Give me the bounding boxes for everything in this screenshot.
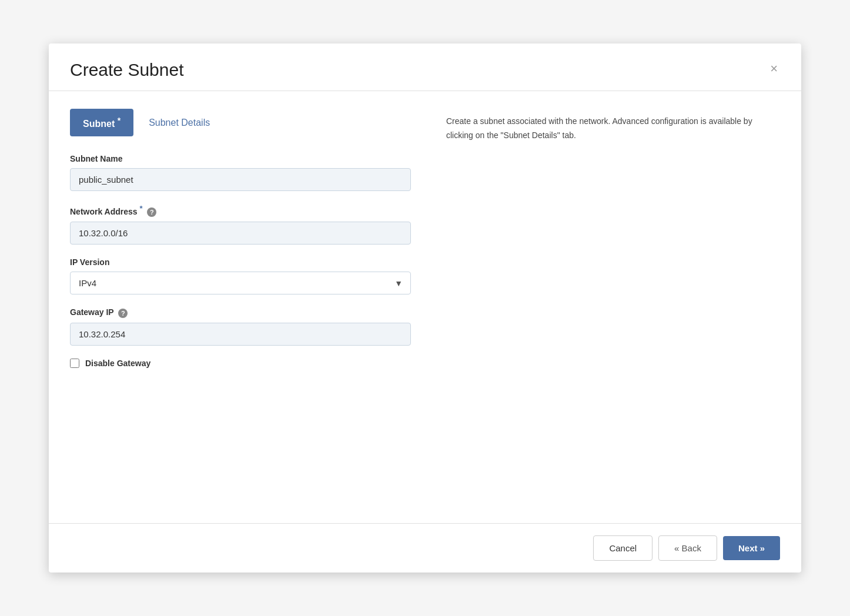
back-button[interactable]: « Back xyxy=(658,535,717,561)
network-address-input[interactable] xyxy=(70,222,411,245)
gateway-ip-input[interactable] xyxy=(70,323,411,346)
disable-gateway-group: Disable Gateway xyxy=(70,359,411,368)
subnet-name-group: Subnet Name xyxy=(70,154,411,191)
modal-footer: Cancel « Back Next » xyxy=(49,523,801,573)
cancel-button[interactable]: Cancel xyxy=(593,535,652,561)
help-description: Create a subnet associated with the netw… xyxy=(446,115,780,143)
subnet-name-input[interactable] xyxy=(70,168,411,191)
network-address-required: * xyxy=(140,204,143,213)
close-button[interactable]: × xyxy=(768,60,780,78)
subnet-name-label: Subnet Name xyxy=(70,154,411,163)
tab-subnet[interactable]: Subnet * xyxy=(70,109,133,136)
modal-header: Create Subnet × xyxy=(49,43,801,91)
network-address-group: Network Address * ? xyxy=(70,204,411,245)
gateway-ip-label: Gateway IP ? xyxy=(70,307,411,317)
tabs-container: Subnet * Subnet Details xyxy=(70,109,411,136)
ip-version-select-wrapper: IPv4 IPv6 ▼ xyxy=(70,272,411,294)
tab-subnet-details[interactable]: Subnet Details xyxy=(136,109,223,136)
ip-version-label: IP Version xyxy=(70,257,411,267)
gateway-ip-group: Gateway IP ? xyxy=(70,307,411,345)
right-panel: Create a subnet associated with the netw… xyxy=(446,109,780,505)
tab-subnet-required: * xyxy=(118,116,121,125)
ip-version-select[interactable]: IPv4 IPv6 xyxy=(70,272,411,294)
tab-subnet-label: Subnet xyxy=(83,119,115,129)
network-address-label: Network Address * ? xyxy=(70,204,411,217)
gateway-ip-help-icon[interactable]: ? xyxy=(118,309,128,318)
modal-body: Subnet * Subnet Details Subnet Name Netw… xyxy=(49,91,801,523)
network-address-help-icon[interactable]: ? xyxy=(147,207,156,217)
ip-version-group: IP Version IPv4 IPv6 ▼ xyxy=(70,257,411,294)
disable-gateway-label: Disable Gateway xyxy=(85,359,150,368)
left-panel: Subnet * Subnet Details Subnet Name Netw… xyxy=(70,109,411,505)
disable-gateway-checkbox[interactable] xyxy=(70,359,79,368)
next-button[interactable]: Next » xyxy=(723,536,780,560)
modal-title: Create Subnet xyxy=(70,60,183,80)
create-subnet-modal: Create Subnet × Subnet * Subnet Details … xyxy=(49,43,801,573)
